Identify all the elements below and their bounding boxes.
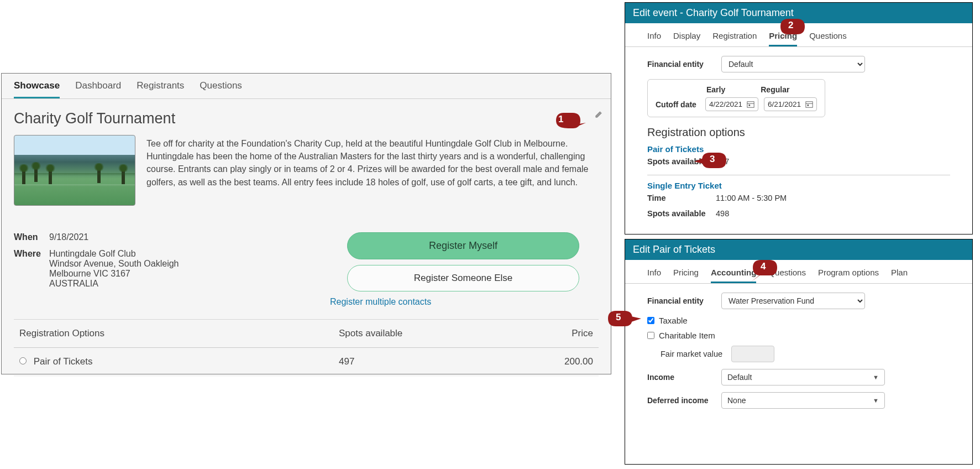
time-value: 11:00 AM - 5:30 PM bbox=[716, 194, 787, 202]
callout-1: 1 bbox=[554, 111, 580, 129]
cutoff-box: Early Regular Cutoff date 4/22/2021 6/21… bbox=[647, 79, 825, 117]
reg-option-radio[interactable] bbox=[19, 357, 27, 364]
register-someone-else-button[interactable]: Register Someone Else bbox=[347, 265, 579, 291]
callout-2: 2 bbox=[776, 17, 803, 35]
income-label: Income bbox=[647, 373, 721, 382]
deferred-income-value: None bbox=[727, 396, 746, 405]
showcase-panel: Showcase Dashboard Registrants Questions… bbox=[1, 73, 611, 374]
edit-pair-panel: Edit Pair of Tickets Info Pricing Accoun… bbox=[625, 239, 973, 465]
edit-pair-header: Edit Pair of Tickets bbox=[625, 239, 972, 260]
event-image bbox=[14, 135, 135, 206]
where-line-2: Melbourne VIC 3167 bbox=[49, 269, 179, 279]
edit-icon[interactable] bbox=[595, 110, 603, 118]
income-select[interactable]: Default ▼ bbox=[721, 369, 885, 385]
callout-4: 4 bbox=[748, 258, 775, 277]
where-line-3: AUSTRALIA bbox=[49, 279, 179, 289]
callout-number: 4 bbox=[761, 261, 766, 272]
event-title: Charity Golf Tournament bbox=[2, 99, 611, 135]
callout-5: 5 bbox=[606, 309, 632, 327]
tab-info[interactable]: Info bbox=[647, 31, 661, 46]
event-description: Tee off for charity at the Foundation's … bbox=[146, 135, 599, 206]
cutoff-col-early: Early bbox=[706, 85, 725, 94]
tab-registration[interactable]: Registration bbox=[712, 31, 757, 46]
tab-questions[interactable]: Questions bbox=[200, 80, 242, 98]
svg-rect-2 bbox=[749, 105, 751, 106]
when-label: When bbox=[14, 232, 49, 242]
cutoff-date-label: Cutoff date bbox=[656, 100, 700, 109]
registration-actions: Register Myself Register Someone Else Re… bbox=[328, 232, 599, 307]
tab-questions-edit[interactable]: Questions bbox=[809, 31, 847, 46]
early-cutoff-input[interactable]: 4/22/2021 bbox=[705, 97, 758, 111]
table-row[interactable]: Pair of Tickets 497 200.00 bbox=[14, 348, 599, 376]
taxable-checkbox[interactable] bbox=[647, 317, 654, 324]
event-info: When 9/18/2021 Where Huntingdale Golf Cl… bbox=[14, 232, 311, 307]
where-label: Where bbox=[14, 249, 49, 289]
chevron-down-icon: ▼ bbox=[873, 374, 879, 381]
col-reg-options: Registration Options bbox=[19, 328, 339, 339]
tab-pair-program-options[interactable]: Program options bbox=[818, 268, 879, 283]
income-value: Default bbox=[727, 373, 752, 382]
tab-dashboard[interactable]: Dashboard bbox=[75, 80, 121, 98]
tab-pair-info[interactable]: Info bbox=[647, 268, 661, 283]
svg-rect-5 bbox=[808, 105, 809, 106]
charitable-label: Charitable Item bbox=[659, 331, 715, 340]
spots-available-value-2: 498 bbox=[716, 209, 729, 218]
where-line-1: Windsor Avenue, South Oakleigh bbox=[49, 259, 179, 269]
callout-number: 5 bbox=[616, 312, 621, 323]
reg-option-spots: 497 bbox=[339, 356, 527, 367]
regular-cutoff-value: 6/21/2021 bbox=[768, 100, 801, 108]
time-label: Time bbox=[647, 194, 716, 202]
callout-3: 3 bbox=[698, 150, 724, 169]
calendar-icon bbox=[747, 101, 754, 108]
regular-cutoff-input[interactable]: 6/21/2021 bbox=[764, 97, 817, 111]
financial-entity-select-2[interactable]: Water Preservation Fund bbox=[721, 293, 865, 309]
financial-entity-select[interactable]: Default bbox=[721, 56, 865, 72]
charitable-checkbox[interactable] bbox=[647, 332, 654, 339]
edit-pair-tabs: Info Pricing Accounting Questions Progra… bbox=[625, 260, 972, 284]
financial-entity-label-2: Financial entity bbox=[647, 296, 721, 305]
callout-number: 3 bbox=[710, 154, 715, 165]
showcase-tabs: Showcase Dashboard Registrants Questions bbox=[2, 74, 611, 99]
chevron-down-icon: ▼ bbox=[873, 397, 879, 404]
col-spots: Spots available bbox=[339, 328, 527, 339]
deferred-income-select[interactable]: None ▼ bbox=[721, 392, 885, 409]
option-single-entry[interactable]: Single Entry Ticket bbox=[647, 181, 950, 190]
tab-registrants[interactable]: Registrants bbox=[137, 80, 184, 98]
tab-showcase[interactable]: Showcase bbox=[14, 80, 60, 98]
tab-display[interactable]: Display bbox=[673, 31, 700, 46]
calendar-icon bbox=[805, 101, 813, 108]
registration-options-table: Registration Options Spots available Pri… bbox=[14, 319, 599, 376]
spots-available-label-2: Spots available bbox=[647, 209, 716, 218]
financial-entity-label: Financial entity bbox=[647, 60, 721, 69]
svg-rect-0 bbox=[747, 101, 754, 107]
svg-rect-3 bbox=[806, 101, 813, 107]
register-myself-button[interactable]: Register Myself bbox=[347, 232, 579, 259]
when-value: 9/18/2021 bbox=[49, 232, 88, 242]
registration-options-title: Registration options bbox=[647, 126, 950, 139]
fair-market-value-label: Fair market value bbox=[661, 350, 722, 358]
event-top-row: Tee off for charity at the Foundation's … bbox=[2, 135, 611, 206]
cutoff-col-regular: Regular bbox=[761, 85, 789, 94]
early-cutoff-value: 4/22/2021 bbox=[709, 100, 742, 108]
option-pair-of-tickets[interactable]: Pair of Tickets bbox=[647, 144, 950, 154]
tab-pair-plan[interactable]: Plan bbox=[891, 268, 908, 283]
divider bbox=[647, 175, 950, 175]
taxable-label: Taxable bbox=[659, 316, 688, 325]
fair-market-value-input[interactable] bbox=[731, 346, 774, 362]
where-value: Huntingdale Golf Club Windsor Avenue, So… bbox=[49, 249, 179, 289]
tab-pair-pricing[interactable]: Pricing bbox=[673, 268, 699, 283]
reg-option-name: Pair of Tickets bbox=[34, 356, 93, 367]
where-line-0: Huntingdale Golf Club bbox=[49, 249, 179, 259]
register-multiple-link[interactable]: Register multiple contacts bbox=[330, 297, 431, 307]
col-price: Price bbox=[527, 328, 593, 339]
deferred-income-label: Deferred income bbox=[647, 396, 721, 405]
callout-number: 2 bbox=[788, 20, 793, 31]
reg-option-price: 200.00 bbox=[527, 356, 593, 367]
callout-number: 1 bbox=[558, 114, 563, 125]
